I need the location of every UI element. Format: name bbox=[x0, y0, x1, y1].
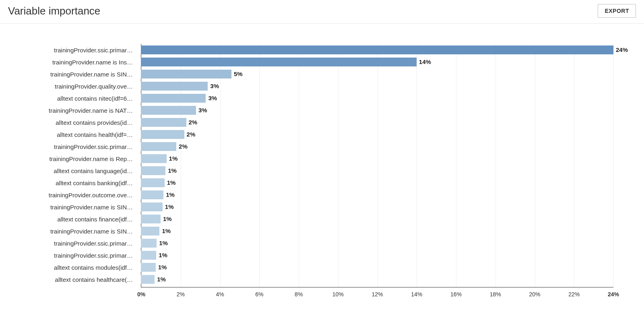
bar-category-label: trainingProvider.name is SIN… bbox=[16, 228, 137, 235]
bar-value-label: 1% bbox=[166, 190, 175, 199]
bar-row: trainingProvider.ssic.primar…1% bbox=[141, 251, 613, 260]
bar-category-label: trainingProvider.name is NAT… bbox=[16, 107, 137, 114]
bar-value-label: 2% bbox=[179, 142, 188, 151]
bar-row: trainingProvider.ssic.primar…2% bbox=[141, 142, 613, 151]
bar-category-label: trainingProvider.name is Rep… bbox=[16, 155, 137, 162]
bar: 1% bbox=[141, 178, 165, 187]
bar-row: alltext contains health(idf=…2% bbox=[141, 130, 613, 139]
bar: 24% bbox=[141, 45, 613, 54]
bar-row: alltext contains nitec(idf=6…3% bbox=[141, 94, 613, 103]
bar-category-label: alltext contains provides(id… bbox=[16, 119, 137, 126]
bar: 14% bbox=[141, 58, 417, 66]
bar-value-label: 3% bbox=[210, 82, 219, 91]
bar-category-label: alltext contains modules(idf… bbox=[16, 264, 137, 271]
x-axis-tick: 24% bbox=[608, 291, 619, 298]
bar-row: alltext contains finance(idf…1% bbox=[141, 215, 613, 223]
bar-value-label: 1% bbox=[169, 154, 178, 163]
bar-value-label: 1% bbox=[163, 215, 172, 223]
export-button[interactable]: EXPORT bbox=[598, 4, 636, 18]
bar-value-label: 2% bbox=[187, 130, 196, 139]
x-axis-tick: 12% bbox=[372, 291, 383, 298]
x-axis-tick: 22% bbox=[568, 291, 580, 298]
bar-row: trainingProvider.outcome.ove…1% bbox=[141, 190, 613, 199]
bar-row: trainingProvider.name is SIN…5% bbox=[141, 70, 613, 79]
bar-value-label: 3% bbox=[208, 94, 217, 103]
bar-row: alltext contains provides(id…2% bbox=[141, 118, 613, 127]
bar-row: trainingProvider.name is SIN…1% bbox=[141, 227, 613, 236]
bar-row: trainingProvider.ssic.primar…24% bbox=[141, 45, 613, 54]
bar-value-label: 1% bbox=[159, 239, 168, 248]
bar-category-label: alltext contains nitec(idf=6… bbox=[16, 95, 137, 102]
chart-container: 0%2%4%6%8%10%12%14%16%18%20%22%24% train… bbox=[0, 24, 644, 310]
bar: 1% bbox=[141, 239, 157, 248]
x-axis-tick: 0% bbox=[137, 291, 145, 298]
bar-value-label: 1% bbox=[167, 178, 176, 187]
variable-importance-chart: 0%2%4%6%8%10%12%14%16%18%20%22%24% train… bbox=[16, 44, 628, 302]
bar-category-label: trainingProvider.quality.ove… bbox=[16, 83, 137, 90]
bar-value-label: 2% bbox=[189, 118, 198, 127]
bar-category-label: alltext contains language(id… bbox=[16, 167, 137, 174]
bar: 1% bbox=[141, 251, 156, 260]
bar-category-label: trainingProvider.name is SIN… bbox=[16, 204, 137, 211]
bar-row: trainingProvider.ssic.primar…1% bbox=[141, 239, 613, 248]
bar-value-label: 14% bbox=[419, 58, 431, 66]
x-axis-tick: 16% bbox=[450, 291, 462, 298]
bar: 1% bbox=[141, 154, 167, 163]
x-axis-tick: 8% bbox=[295, 291, 303, 298]
bar-category-label: trainingProvider.name is Ins… bbox=[16, 59, 137, 66]
bar-value-label: 5% bbox=[234, 70, 243, 79]
x-axis-tick: 20% bbox=[529, 291, 540, 298]
x-axis-tick: 10% bbox=[332, 291, 344, 298]
bar: 3% bbox=[141, 82, 208, 91]
bar-value-label: 1% bbox=[165, 203, 174, 211]
bar-category-label: trainingProvider.ssic.primar… bbox=[16, 47, 137, 54]
bar: 3% bbox=[141, 94, 206, 103]
bars-group: trainingProvider.ssic.primar…24%training… bbox=[141, 45, 613, 287]
chart-header: Variable importance EXPORT bbox=[0, 0, 644, 24]
bar-value-label: 1% bbox=[157, 275, 166, 284]
bar-category-label: trainingProvider.ssic.primar… bbox=[16, 240, 137, 247]
bar-category-label: trainingProvider.ssic.primar… bbox=[16, 143, 137, 150]
bar-row: trainingProvider.quality.ove…3% bbox=[141, 82, 613, 91]
bar-category-label: alltext contains healthcare(… bbox=[16, 276, 137, 283]
grid-line bbox=[613, 44, 614, 287]
bar: 1% bbox=[141, 263, 156, 272]
bar-row: trainingProvider.name is NAT…3% bbox=[141, 106, 613, 115]
bar: 1% bbox=[141, 203, 163, 211]
x-axis-tick: 6% bbox=[255, 291, 263, 298]
bar-value-label: 1% bbox=[158, 263, 167, 272]
bar-row: trainingProvider.name is Ins…14% bbox=[141, 58, 613, 66]
bar-row: alltext contains healthcare(…1% bbox=[141, 275, 613, 284]
bar: 2% bbox=[141, 118, 186, 127]
bar-category-label: trainingProvider.ssic.primar… bbox=[16, 252, 137, 259]
bar-value-label: 1% bbox=[168, 166, 177, 175]
bar: 1% bbox=[141, 227, 159, 236]
bar-value-label: 24% bbox=[616, 45, 628, 54]
bar: 1% bbox=[141, 190, 163, 199]
bar-category-label: alltext contains health(idf=… bbox=[16, 131, 137, 138]
bar: 1% bbox=[141, 215, 161, 223]
bar-row: alltext contains modules(idf…1% bbox=[141, 263, 613, 272]
bar-row: trainingProvider.name is Rep…1% bbox=[141, 154, 613, 163]
bar-value-label: 3% bbox=[198, 106, 207, 115]
bar-category-label: alltext contains finance(idf… bbox=[16, 216, 137, 223]
bar-row: alltext contains banking(idf…1% bbox=[141, 178, 613, 187]
bar: 2% bbox=[141, 142, 176, 151]
bar: 3% bbox=[141, 106, 196, 115]
bar-value-label: 1% bbox=[162, 227, 171, 236]
bar-value-label: 1% bbox=[159, 251, 167, 260]
bar: 5% bbox=[141, 70, 231, 79]
bar-category-label: trainingProvider.outcome.ove… bbox=[16, 192, 137, 198]
bar: 2% bbox=[141, 130, 184, 139]
bar-category-label: trainingProvider.name is SIN… bbox=[16, 71, 137, 78]
bar: 1% bbox=[141, 275, 155, 284]
bar-row: alltext contains language(id…1% bbox=[141, 166, 613, 175]
x-axis-tick: 14% bbox=[411, 291, 422, 298]
bar-row: trainingProvider.name is SIN…1% bbox=[141, 203, 613, 211]
x-axis-tick: 4% bbox=[216, 291, 224, 298]
x-axis-tick: 18% bbox=[490, 291, 501, 298]
x-axis-tick: 2% bbox=[177, 291, 185, 298]
bar-category-label: alltext contains banking(idf… bbox=[16, 180, 137, 186]
bar: 1% bbox=[141, 166, 165, 175]
page-title: Variable importance bbox=[8, 5, 100, 17]
